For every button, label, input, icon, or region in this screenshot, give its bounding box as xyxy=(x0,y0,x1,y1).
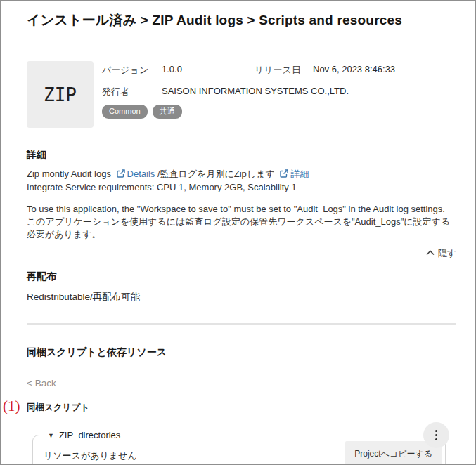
package-logo: ZIP xyxy=(27,61,94,128)
external-link-icon xyxy=(280,169,288,181)
note-text-en: To use this application, the "Workspace … xyxy=(27,204,445,214)
description-text-en: Zip montly Audit logs xyxy=(27,169,111,179)
back-link[interactable]: < Back xyxy=(27,378,56,388)
details-link-en-label: Details xyxy=(127,169,155,179)
hide-label: 隠す xyxy=(438,248,456,258)
requirements-text: Integrate Service requirements: CPU 1, M… xyxy=(27,182,297,192)
package-summary-card: ZIP バージョン 1.0.0 リリース日 Nov 6, 2023 8:46:3… xyxy=(27,61,456,128)
badge-common: Common xyxy=(102,105,148,119)
script-panel: ▼ZIP_directories リソースがありません Projectへコピーす… xyxy=(32,435,446,465)
publisher-label: 発行者 xyxy=(102,86,162,98)
badge-kyotsu: 共通 xyxy=(153,105,182,119)
release-date-label: リリース日 xyxy=(255,64,313,77)
script-expander[interactable]: ▼ZIP_directories xyxy=(41,430,127,441)
description-text-ja: /監査ログを月別にZipします xyxy=(157,169,275,179)
kebab-dot xyxy=(435,434,437,436)
bundled-resources-heading: 同梱スクリプトと依存リソース xyxy=(27,346,475,359)
redistribution-value: Redistributable/再配布可能 xyxy=(27,291,456,303)
hide-toggle[interactable]: 隠す xyxy=(27,247,456,260)
description-paragraph: Zip montly Audit logs Details /監査ログを月別にZ… xyxy=(27,168,456,194)
empty-resources-message: リソースがありません xyxy=(44,445,137,462)
note-text-ja: このアプリケーションを使用するには監査ログ設定の保管先ワークスペースを"Audi… xyxy=(27,216,450,240)
publisher-value: SAISON INFORMATION SYSTEMS CO.,LTD. xyxy=(162,86,456,98)
version-label: バージョン xyxy=(102,64,162,77)
version-value: 1.0.0 xyxy=(162,64,255,77)
section-divider xyxy=(27,323,456,325)
external-link-icon xyxy=(117,169,125,181)
breadcrumb-title: インストール済み > ZIP Audit logs > Scripts and … xyxy=(27,11,461,30)
chevron-up-icon xyxy=(426,250,435,256)
bundled-scripts-subheading: 同梱スクリプト xyxy=(27,402,475,414)
details-link-en[interactable]: Details xyxy=(114,169,155,179)
redistribution-heading: 再配布 xyxy=(27,270,475,283)
kebab-dot xyxy=(435,430,437,432)
details-link-ja-label: 詳細 xyxy=(290,169,309,179)
kebab-menu-button[interactable] xyxy=(423,422,449,448)
details-section-heading: 詳細 xyxy=(27,149,475,162)
bundled-scripts-row: (1) 同梱スクリプト xyxy=(1,402,475,414)
details-link-ja[interactable]: 詳細 xyxy=(277,169,309,179)
triangle-down-icon: ▼ xyxy=(48,432,54,439)
note-paragraph: To use this application, the "Workspace … xyxy=(27,203,456,241)
kebab-dot xyxy=(435,438,437,440)
script-name: ZIP_directories xyxy=(59,430,120,440)
release-date-value: Nov 6, 2023 8:46:33 xyxy=(313,64,456,77)
package-meta: バージョン 1.0.0 リリース日 Nov 6, 2023 8:46:33 発行… xyxy=(102,61,456,128)
badge-row: Common 共通 xyxy=(102,105,456,119)
annotation-marker-1: (1) xyxy=(3,398,20,415)
package-detail-page: インストール済み > ZIP Audit logs > Scripts and … xyxy=(0,0,476,465)
